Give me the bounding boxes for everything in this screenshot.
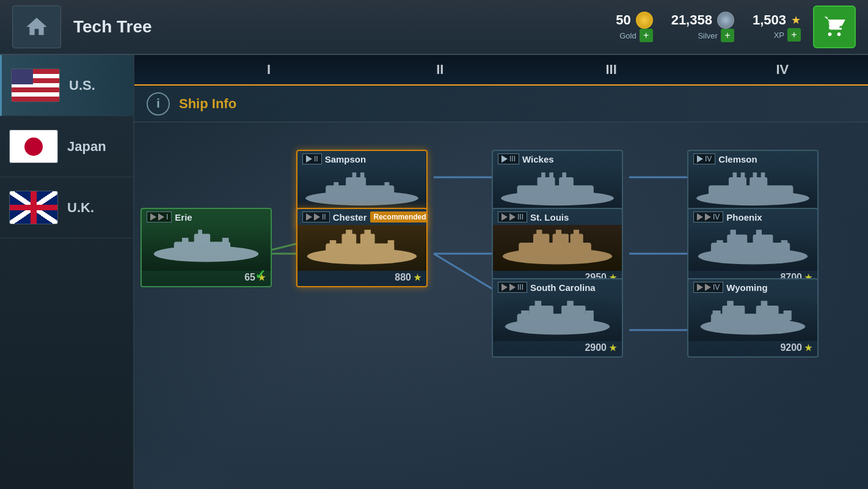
tier-II-label: II [354, 62, 525, 78]
wickes-image [493, 167, 622, 213]
wyoming-cost: 9200 ★ [780, 342, 812, 353]
play-icon [697, 213, 703, 221]
gold-label: Gold + [619, 29, 652, 42]
page-title: Tech Tree [73, 17, 616, 37]
xp-label: XP + [774, 28, 801, 42]
stlouis-silhouette [493, 225, 622, 271]
top-bar: Tech Tree 50 Gold + 21,358 Silver + [0, 0, 868, 55]
gold-value: 50 [616, 12, 630, 28]
sidebar-item-us[interactable]: U.S. [0, 55, 133, 116]
play-icon [306, 213, 312, 221]
ship-card-chester[interactable]: II Chester Recommended [296, 208, 428, 287]
svg-rect-56 [535, 301, 542, 311]
svg-rect-82 [713, 311, 721, 320]
southcarolina-silhouette [493, 295, 622, 341]
add-xp-button[interactable]: + [787, 28, 801, 42]
add-gold-button[interactable]: + [640, 29, 653, 42]
southcarolina-cost: 2900 ★ [585, 342, 617, 353]
svg-rect-35 [330, 240, 337, 250]
tier-III-label: III [526, 62, 697, 78]
wyoming-header: IV Wyoming [688, 279, 817, 295]
southcarolina-header: III South Carolina [493, 279, 622, 295]
svg-rect-57 [567, 301, 574, 311]
wickes-tier-badge: III [498, 153, 519, 164]
sampson-image [297, 167, 426, 213]
sampson-tier-badge: II [302, 153, 322, 164]
ship-card-stlouis[interactable]: III St. Louis [492, 208, 623, 287]
svg-rect-51 [574, 230, 579, 240]
wickes-name: Wickes [522, 154, 617, 164]
home-button[interactable] [12, 6, 61, 48]
svg-rect-79 [756, 306, 779, 317]
svg-rect-64 [733, 172, 737, 182]
erie-image [142, 225, 271, 271]
svg-rect-58 [521, 311, 529, 318]
svg-rect-25 [352, 172, 357, 182]
cart-icon [823, 16, 845, 38]
erie-silhouette [142, 225, 271, 271]
clemson-tier-badge: IV [693, 153, 715, 164]
svg-rect-59 [586, 311, 594, 318]
silver-icon [717, 12, 734, 29]
svg-rect-42 [549, 172, 553, 182]
svg-rect-75 [781, 240, 788, 248]
gold-icon [636, 12, 653, 29]
sampson-silhouette [297, 167, 426, 213]
southcarolina-image [493, 295, 622, 341]
ship-card-phoenix[interactable]: IV Phoenix [687, 208, 819, 287]
tier-header: I II III IV [134, 55, 868, 86]
chester-tier-label: II [322, 213, 326, 221]
chester-header: II Chester Recommended [297, 209, 426, 225]
play-icon2 [509, 213, 516, 221]
svg-rect-83 [784, 311, 792, 320]
sidebar-item-uk[interactable]: U.K. [0, 177, 133, 238]
content-area: I II III IV i Ship Info [134, 55, 868, 489]
xp-value: 1,503 [753, 12, 786, 28]
chester-cost: 880 ★ [395, 272, 421, 283]
japan-circle [24, 138, 43, 156]
ship-info-banner: i Ship Info [134, 86, 868, 122]
svg-rect-73 [756, 230, 762, 240]
svg-rect-21 [222, 238, 229, 246]
cart-button[interactable] [813, 6, 856, 48]
currency-group: 50 Gold + 21,358 Silver + 1,503 ★ [616, 12, 801, 42]
sidebar-item-japan[interactable]: Japan [0, 116, 133, 177]
clemson-silhouette [688, 167, 817, 213]
chester-tier-badge: II [302, 211, 330, 222]
stlouis-tier-label: III [517, 213, 523, 221]
wyoming-silhouette [688, 295, 817, 341]
play-icon [697, 155, 703, 163]
southcarolina-tier-label: III [517, 283, 523, 292]
wyoming-tier-label: IV [713, 283, 720, 292]
svg-rect-33 [346, 230, 352, 240]
ship-card-southcarolina[interactable]: III South Carolina [492, 278, 623, 358]
add-silver-button[interactable]: + [721, 29, 734, 42]
gold-currency: 50 Gold + [616, 12, 652, 42]
phoenix-tier-label: IV [713, 213, 720, 221]
owned-checkmark: ✓ [255, 267, 266, 283]
svg-rect-41 [541, 172, 545, 182]
erie-name: Erie [175, 212, 266, 222]
main-layout: U.S. Japan U.K. I II III IV i Ship Info [0, 55, 868, 489]
ship-card-wyoming[interactable]: IV Wyoming [687, 278, 819, 358]
svg-rect-19 [198, 230, 202, 240]
southcarolina-tier-badge: III [498, 282, 527, 293]
svg-rect-36 [388, 240, 395, 250]
play-icon2 [158, 213, 164, 221]
svg-rect-20 [182, 238, 189, 246]
ship-card-erie[interactable]: I Erie [140, 208, 272, 287]
tier-IV-label: IV [697, 62, 868, 78]
play-icon [501, 155, 508, 163]
svg-rect-74 [717, 240, 723, 248]
stlouis-name: St. Louis [530, 212, 617, 222]
svg-rect-26 [360, 172, 365, 182]
sampson-tier-label: II [314, 155, 318, 163]
svg-rect-80 [727, 301, 734, 311]
svg-rect-34 [364, 230, 371, 240]
play-icon [150, 213, 156, 221]
japan-label: Japan [67, 139, 106, 155]
phoenix-tier-badge: IV [693, 211, 723, 222]
phoenix-name: Phoenix [726, 212, 812, 222]
silver-value: 21,358 [671, 12, 712, 28]
play-icon [501, 213, 508, 221]
